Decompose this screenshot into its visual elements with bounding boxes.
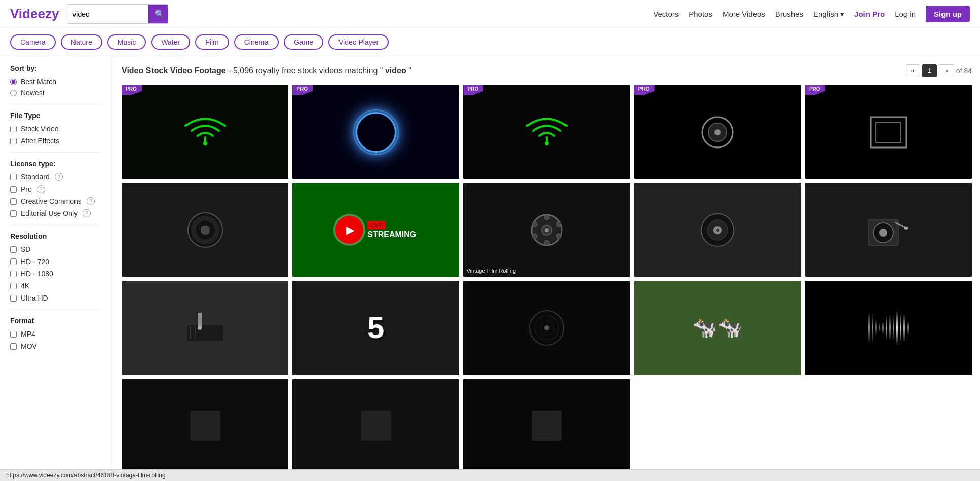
filetype-after-effects[interactable]: After Effects xyxy=(10,137,101,145)
svg-point-4 xyxy=(714,129,721,135)
license-check-pro[interactable] xyxy=(10,186,17,193)
language-selector[interactable]: English ▾ xyxy=(813,10,844,19)
license-standard[interactable]: Standard? xyxy=(10,173,101,181)
video-card[interactable] xyxy=(463,281,630,375)
sort-label-newest: Newest xyxy=(21,89,45,97)
video-card[interactable]: PRO xyxy=(292,85,459,179)
filetype-check-after-effects[interactable] xyxy=(10,138,17,144)
resolution-sd[interactable]: SD xyxy=(10,245,101,253)
status-url: https://www.videezy.com/abstract/46188-v… xyxy=(6,472,166,479)
tag-game[interactable]: Game xyxy=(284,34,323,50)
format-label-mov: MOV xyxy=(21,342,37,350)
video-card[interactable] xyxy=(463,379,630,473)
format-check-mp4[interactable] xyxy=(10,331,17,338)
video-card[interactable]: Vintage Film Rolling xyxy=(463,183,630,277)
page-next-button[interactable]: » xyxy=(939,64,954,77)
resolution-label-4k: 4K xyxy=(21,282,29,290)
svg-point-9 xyxy=(545,228,549,232)
resolution-check-hd-1080[interactable] xyxy=(10,271,17,277)
help-icon-pro[interactable]: ? xyxy=(37,185,45,193)
license-check-creative-commons[interactable] xyxy=(10,198,17,205)
login-button[interactable]: Log in xyxy=(895,10,916,18)
search-button[interactable]: 🔍 xyxy=(148,5,168,23)
tag-cinema[interactable]: Cinema xyxy=(234,34,279,50)
tag-water[interactable]: Water xyxy=(151,34,190,50)
video-card[interactable] xyxy=(634,183,801,277)
video-thumbnail xyxy=(805,85,972,179)
filetype-label-after-effects: After Effects xyxy=(21,137,59,145)
tag-video-player[interactable]: Video Player xyxy=(328,34,389,50)
sort-radio-newest[interactable] xyxy=(10,90,17,96)
license-editorial-use-only[interactable]: Editorial Use Only? xyxy=(10,209,101,217)
license-check-editorial-use-only[interactable] xyxy=(10,210,17,217)
sort-label-best-match: Best Match xyxy=(21,78,56,86)
video-card[interactable]: 5 xyxy=(292,281,459,375)
tag-nature[interactable]: Nature xyxy=(61,34,102,50)
video-thumbnail xyxy=(634,183,801,277)
svg-point-14 xyxy=(532,234,537,239)
svg-rect-26 xyxy=(187,325,223,341)
resolution-hd-720[interactable]: HD - 720 xyxy=(10,257,101,266)
svg-point-1 xyxy=(545,141,549,145)
video-card[interactable] xyxy=(805,183,972,277)
filetype-stock-video[interactable]: Stock Video xyxy=(10,125,101,133)
video-card[interactable] xyxy=(122,281,288,375)
format-mp4[interactable]: MP4 xyxy=(10,330,101,338)
nav-vectors[interactable]: Vectors xyxy=(653,10,679,18)
resolution-4k[interactable]: 4K xyxy=(10,282,101,290)
video-card[interactable]: PRO xyxy=(805,85,972,179)
format-check-mov[interactable] xyxy=(10,343,17,350)
video-card[interactable]: PRO xyxy=(122,85,288,179)
page-current-button[interactable]: 1 xyxy=(922,64,937,77)
svg-point-13 xyxy=(556,221,561,227)
license-label-creative-commons: Creative Commons xyxy=(21,197,82,205)
nav-brushes[interactable]: Brushes xyxy=(775,10,803,18)
resolution-check-sd[interactable] xyxy=(10,246,17,253)
resolution-hd-1080[interactable]: HD - 1080 xyxy=(10,270,101,278)
logo[interactable]: Videezy xyxy=(10,6,59,22)
resolution-check-hd-720[interactable] xyxy=(10,258,17,265)
search-bar: 🔍 xyxy=(67,4,168,24)
video-card[interactable] xyxy=(292,379,459,473)
filetype-check-stock-video[interactable] xyxy=(10,126,17,132)
nav-more-videos[interactable]: More Videos xyxy=(723,10,765,18)
video-thumbnail xyxy=(292,379,459,473)
video-card[interactable] xyxy=(122,183,288,277)
resolution-ultra-hd[interactable]: Ultra HD xyxy=(10,294,101,302)
license-creative-commons[interactable]: Creative Commons? xyxy=(10,197,101,205)
video-card[interactable]: PRO xyxy=(634,85,801,179)
tag-film[interactable]: Film xyxy=(195,34,229,50)
video-card[interactable] xyxy=(805,281,972,375)
svg-point-24 xyxy=(904,227,908,230)
sort-best-match[interactable]: Best Match xyxy=(10,78,101,86)
video-card[interactable]: PRO xyxy=(463,85,630,179)
sort-newest[interactable]: Newest xyxy=(10,89,101,97)
video-card[interactable] xyxy=(122,379,288,473)
license-check-standard[interactable] xyxy=(10,174,17,180)
signup-button[interactable]: Sign up xyxy=(926,6,970,22)
pagination: « 1 » of 84 xyxy=(906,64,972,77)
result-title-text: Video Stock Video Footage xyxy=(122,66,226,75)
result-count: - 5,096 royalty free stock videos matchi… xyxy=(228,66,378,75)
help-icon-standard[interactable]: ? xyxy=(55,173,63,181)
help-icon-creative-commons[interactable]: ? xyxy=(87,197,95,205)
svg-point-10 xyxy=(544,215,549,220)
format-options: MP4MOV xyxy=(10,330,101,350)
nav-photos[interactable]: Photos xyxy=(689,10,712,18)
help-icon-editorial-use-only[interactable]: ? xyxy=(83,209,91,217)
video-thumbnail xyxy=(463,85,630,179)
video-card[interactable]: ▶ LIVE STREAMING xyxy=(292,183,459,277)
tag-music[interactable]: Music xyxy=(107,34,146,50)
resolution-title: Resolution xyxy=(10,232,101,240)
resolution-label-ultra-hd: Ultra HD xyxy=(21,294,48,302)
sort-radio-best-match[interactable] xyxy=(10,79,17,85)
resolution-check-ultra-hd[interactable] xyxy=(10,295,17,302)
resolution-check-4k[interactable] xyxy=(10,283,17,289)
search-input[interactable] xyxy=(67,6,148,22)
format-mov[interactable]: MOV xyxy=(10,342,101,350)
tag-camera[interactable]: Camera xyxy=(10,34,56,50)
license-pro[interactable]: Pro? xyxy=(10,185,101,193)
video-card[interactable]: 🐄🐄 xyxy=(634,281,801,375)
page-prev-button[interactable]: « xyxy=(906,64,920,77)
join-pro-button[interactable]: Join Pro xyxy=(854,10,885,18)
